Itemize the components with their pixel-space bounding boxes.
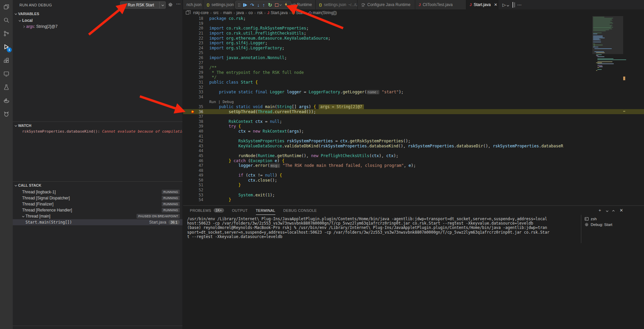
variable-args[interactable]: args: String[2]@7	[13, 23, 182, 30]
code-line-36[interactable]: 36▶ setUpThread(Thread.currentThread());	[183, 109, 644, 114]
code-line-22[interactable]: 22import org.ethereum.datasource.KeyValu…	[183, 36, 644, 41]
tab-start-java[interactable]: JStart.java✕	[466, 0, 498, 9]
code-line-53[interactable]: 53 System.exit(1);	[183, 192, 644, 197]
step-out-icon[interactable]: ↑	[263, 3, 265, 7]
code-line-54[interactable]: 54 }	[183, 197, 644, 202]
code-line-49[interactable]: 49 if (ctx != null) {	[183, 173, 644, 178]
code-line-46[interactable]: 46 } catch (Exception e) {	[183, 158, 644, 163]
breadcrumb-item[interactable]: main(String[])	[309, 10, 337, 15]
close-panel-icon[interactable]: ✕	[620, 208, 623, 213]
code-line-32[interactable]: 32	[183, 85, 644, 90]
tab-settings-json[interactable]: {}settings.json~/.../User	[316, 0, 358, 9]
code-line-26[interactable]: 26import javax.annotation.Nonnull;	[183, 55, 644, 60]
panel-tab-debug-console[interactable]: DEBUG CONSOLE	[283, 206, 317, 215]
code-line-50[interactable]: 50 ctx.close();	[183, 178, 644, 183]
call-stack-thread[interactable]: Thread [main]PAUSED ON BREAKPOINT	[13, 213, 182, 219]
split-editor-button[interactable]	[513, 2, 513, 7]
restart-icon[interactable]: ↻	[268, 2, 272, 7]
code-line-41[interactable]: 41	[183, 134, 644, 139]
code-line-33[interactable]: 33 private static final Logger logger = …	[183, 90, 644, 95]
call-stack-thread[interactable]: Thread [Finalizer]RUNNING	[13, 201, 182, 207]
code-editor[interactable]: 18package co.rsk;1920import co.rsk.confi…	[183, 16, 644, 205]
gear-icon[interactable]	[168, 2, 173, 8]
call-stack-header[interactable]: CALL STACK	[13, 182, 182, 189]
code-line-20[interactable]: 20import co.rsk.config.RskSystemProperti…	[183, 26, 644, 31]
codelens-run-debug[interactable]: Run | Debug	[183, 99, 644, 104]
breadcrumb-item[interactable]: rsk	[257, 10, 263, 15]
code-line-42[interactable]: 42 RskSystemProperties rskSystemProperti…	[183, 139, 644, 144]
code-line-51[interactable]: 51 }	[183, 183, 644, 188]
continue-icon[interactable]	[243, 3, 247, 7]
code-line-40[interactable]: 40 ctx = new RskContext(args);	[183, 129, 644, 134]
terminal-session-debug-start[interactable]: Debug: Start	[581, 222, 643, 227]
code-line-27[interactable]: 27	[183, 60, 644, 65]
code-line-24[interactable]: 24import org.slf4j.LoggerFactory;	[183, 46, 644, 51]
breadcrumb-item[interactable]: JStart.java	[267, 10, 288, 15]
step-into-icon[interactable]: ↓	[257, 3, 260, 7]
hot-code-replace-icon[interactable]	[284, 2, 288, 8]
paused-breakpoint-icon[interactable]: ▶	[191, 110, 196, 114]
more-actions-button[interactable]: ⋯	[517, 2, 522, 7]
tab-clitoolstest-java[interactable]: JCliToolsTest.java	[415, 0, 466, 9]
variables-scope-local[interactable]: Local	[13, 17, 182, 23]
code-line-25[interactable]: 25	[183, 50, 644, 55]
run-and-debug-icon[interactable]: 1	[0, 40, 13, 54]
watch-expression[interactable]: rskSystemProperties.databaseKind(): Cann…	[13, 129, 182, 134]
terminal-output[interactable]: /usr/bin/env /Library/Internet\ Plug-Ins…	[187, 217, 580, 239]
code-line-30[interactable]: 30 */	[183, 75, 644, 80]
maximize-panel-icon[interactable]	[613, 208, 614, 213]
code-line-21[interactable]: 21import co.rsk.util.PreflightChecksUtil…	[183, 31, 644, 36]
stop-icon[interactable]	[275, 3, 281, 7]
open-editors-icon[interactable]	[186, 11, 189, 14]
remote-explorer-icon[interactable]	[0, 67, 13, 81]
source-control-icon[interactable]	[0, 27, 13, 40]
search-icon[interactable]	[0, 13, 13, 27]
code-line-38[interactable]: 38 RskContext ctx = null;	[183, 119, 644, 124]
code-line-39[interactable]: 39 try {	[183, 124, 644, 129]
more-actions-icon[interactable]: ⋯	[176, 1, 181, 6]
cat-extension-icon[interactable]	[0, 107, 13, 121]
code-line-48[interactable]: 48	[183, 168, 644, 173]
code-line-52[interactable]: 52	[183, 188, 644, 193]
code-line-43[interactable]: 43 KeyValueDataSource.validateDbKind(rsk…	[183, 143, 644, 148]
panel-tab-problems[interactable]: PROBLEMS1K+	[190, 206, 224, 215]
panel-tab-terminal[interactable]: TERMINAL	[256, 206, 275, 215]
close-icon[interactable]: ✕	[494, 2, 497, 7]
code-line-44[interactable]: 44	[183, 148, 644, 153]
docker-icon[interactable]	[0, 94, 13, 107]
code-line-45[interactable]: 45 runNode(Runtime.getRuntime(), new Pre…	[183, 153, 644, 158]
code-line-28[interactable]: 28/**	[183, 65, 644, 70]
call-stack-thread[interactable]: Thread [Signal Dispatcher]RUNNING	[13, 195, 182, 201]
minimap[interactable]	[592, 16, 623, 130]
variables-header[interactable]: VARIABLES	[13, 10, 182, 17]
breadcrumb-item[interactable]: rskj-core	[193, 10, 209, 15]
code-line-35[interactable]: 35 public static void main(String[] args…	[183, 104, 644, 109]
toolbar-drag-grip[interactable]	[238, 3, 240, 7]
breadcrumb-item[interactable]: co	[249, 10, 253, 15]
code-line-37[interactable]: 37	[183, 114, 644, 119]
terminal-session-zsh[interactable]: zsh	[581, 216, 643, 222]
test-beaker-icon[interactable]	[0, 81, 13, 94]
chevron-down-icon[interactable]	[606, 208, 608, 213]
chevron-down-icon[interactable]	[159, 2, 165, 8]
run-button[interactable]: ▷	[502, 2, 508, 7]
breadcrumb-item[interactable]: java	[236, 10, 244, 15]
code-line-34[interactable]: 34	[183, 95, 644, 100]
call-stack-thread[interactable]: Thread [logback-1]RUNNING	[13, 189, 182, 195]
code-line-31[interactable]: 31public class Start {	[183, 80, 644, 85]
code-line-19[interactable]: 19	[183, 21, 644, 26]
call-stack-thread[interactable]: Thread [Reference Handler]RUNNING	[13, 207, 182, 213]
code-line-47[interactable]: 47 logger.error(msg: "The RSK node main …	[183, 163, 644, 168]
code-line-18[interactable]: 18package co.rsk;	[183, 16, 644, 21]
tab-launch-json[interactable]: nch.json	[183, 0, 203, 9]
code-line-23[interactable]: 23import org.slf4j.Logger;	[183, 41, 644, 46]
code-line-29[interactable]: 29 * The entrypoint for the RSK full nod…	[183, 70, 644, 75]
tab-configure-java-runtime[interactable]: Configure Java Runtime	[358, 0, 415, 9]
watch-header[interactable]: WATCH	[13, 122, 182, 129]
breadcrumb-item[interactable]: src	[213, 10, 219, 15]
extensions-icon[interactable]	[0, 54, 13, 67]
panel-tab-output[interactable]: OUTPUT	[232, 206, 248, 215]
run-configuration-dropdown[interactable]: ▷ Run RSK Start	[120, 1, 166, 9]
new-terminal-icon[interactable]: +	[599, 208, 601, 213]
call-stack-frame[interactable]: Start.main(String[])Start.java36:1	[13, 219, 182, 225]
